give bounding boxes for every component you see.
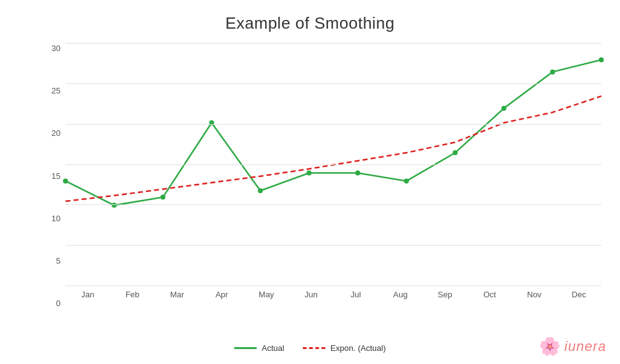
y-axis-label: 5 — [37, 256, 65, 266]
x-axis-label: Jul — [333, 290, 378, 299]
y-axis-label: 25 — [37, 86, 65, 95]
actual-dot — [160, 194, 165, 199]
x-axis-label: Nov — [512, 290, 557, 299]
actual-dot — [209, 120, 214, 125]
actual-line — [65, 60, 601, 205]
chart-area: 051015202530 JanFebMarAprMayJunJulAugSep… — [37, 44, 601, 308]
x-axis-label: May — [244, 290, 289, 299]
x-axis-label: Apr — [200, 290, 245, 299]
chart-legend: Actual Expon. (Actual) — [234, 343, 385, 353]
actual-dot — [306, 170, 311, 175]
legend-actual-line — [234, 347, 256, 349]
brand-text: iunera — [564, 338, 606, 355]
x-axis-label: Dec — [556, 290, 601, 299]
expon-line — [65, 96, 601, 201]
grid-line — [65, 43, 601, 44]
x-axis-label: Feb — [110, 290, 155, 299]
chart-svg — [65, 44, 601, 286]
y-axis-labels: 051015202530 — [37, 44, 65, 308]
brand-logo: 🌸 iunera — [539, 336, 606, 357]
actual-dot — [404, 178, 409, 183]
actual-dot — [258, 188, 263, 193]
y-axis-label: 15 — [37, 171, 65, 181]
actual-dot — [599, 57, 604, 62]
y-axis-label: 30 — [37, 44, 65, 53]
x-axis-label: Oct — [467, 290, 512, 299]
x-axis-label: Jan — [65, 290, 110, 299]
grid-line — [65, 204, 601, 205]
legend-actual-label: Actual — [261, 343, 284, 353]
x-axis-labels: JanFebMarAprMayJunJulAugSepOctNovDec — [65, 286, 601, 308]
legend-expon: Expon. (Actual) — [303, 343, 386, 353]
grid-line — [65, 84, 601, 84]
chart-container: Example of Smoothing 051015202530 JanFeb… — [0, 0, 620, 364]
actual-dot — [550, 69, 555, 74]
grid-line — [65, 124, 601, 125]
actual-dot — [501, 106, 506, 111]
y-axis-label: 20 — [37, 128, 65, 138]
y-axis-label: 0 — [37, 299, 65, 308]
actual-dot — [63, 178, 68, 183]
y-axis-label: 10 — [37, 214, 65, 223]
legend-actual: Actual — [234, 343, 284, 353]
x-axis-label: Mar — [155, 290, 200, 299]
x-axis-label: Jun — [289, 290, 334, 299]
grid-plot-area — [65, 44, 601, 286]
actual-dot — [453, 150, 458, 155]
chart-title: Example of Smoothing — [0, 0, 620, 33]
grid-line — [65, 245, 601, 246]
legend-expon-label: Expon. (Actual) — [331, 343, 386, 353]
legend-expon-line — [303, 347, 326, 349]
x-axis-label: Sep — [423, 290, 468, 299]
x-axis-label: Aug — [378, 290, 423, 299]
actual-dot — [356, 170, 361, 175]
grid-line — [65, 165, 601, 165]
brand-icon: 🌸 — [539, 336, 561, 357]
